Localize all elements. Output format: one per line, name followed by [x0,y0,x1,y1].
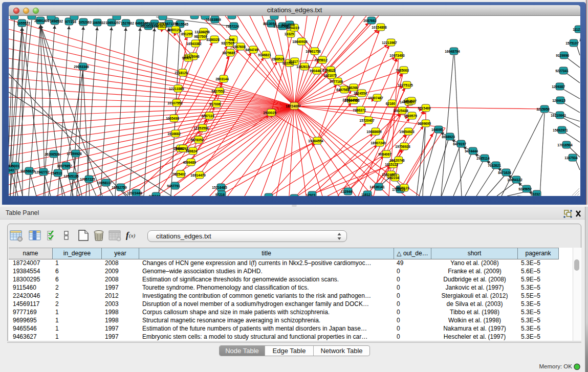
svg-text:18907249: 18907249 [371,141,386,145]
svg-text:929344: 929344 [149,194,160,196]
svg-text:1065532: 1065532 [92,21,105,25]
svg-text:15692971: 15692971 [553,128,568,132]
svg-text:1530025: 1530025 [263,111,276,115]
svg-text:8813054: 8813054 [263,22,276,26]
svg-text:9463627: 9463627 [403,99,417,103]
svg-text:18724007: 18724007 [286,104,301,108]
svg-text:1588520: 1588520 [271,57,285,61]
svg-text:15720407: 15720407 [359,119,375,122]
svg-text:2087662: 2087662 [363,19,377,23]
svg-text:1527602: 1527602 [121,21,134,25]
svg-text:2935114: 2935114 [476,157,490,160]
svg-text:132944: 132944 [341,190,352,193]
svg-text:1055572: 1055572 [17,21,30,25]
svg-text:4099489: 4099489 [183,161,196,164]
svg-text:11123: 11123 [573,28,580,31]
svg-text:2367608: 2367608 [232,45,246,49]
svg-text:7625402: 7625402 [172,172,186,176]
svg-text:9827509: 9827509 [194,35,207,38]
svg-text:9245652: 9245652 [518,187,532,191]
svg-text:1254319: 1254319 [286,26,299,30]
svg-text:17957225: 17957225 [80,178,95,181]
svg-text:252234: 252234 [388,176,399,180]
svg-text:10307487: 10307487 [368,96,383,100]
svg-text:12923448: 12923448 [127,191,142,195]
svg-text:164095: 164095 [431,128,443,132]
svg-text:10688609: 10688609 [366,130,382,134]
svg-text:1916682: 1916682 [167,132,181,136]
svg-text:6794028: 6794028 [322,69,336,72]
svg-text:1575107: 1575107 [565,41,579,45]
svg-text:(x): (x) [129,232,136,239]
svg-text:917006: 917006 [209,102,221,106]
svg-text:6479197: 6479197 [453,142,466,146]
svg-text:26206526: 26206526 [45,152,60,156]
svg-text:9845122: 9845122 [396,186,409,190]
svg-text:13325: 13325 [285,32,294,36]
svg-text:8471626: 8471626 [498,171,511,174]
svg-text:977216: 977216 [65,20,76,24]
svg-text:1065498: 1065498 [166,117,179,120]
svg-text:16543382: 16543382 [186,42,202,46]
svg-text:9084067: 9084067 [378,152,391,156]
svg-text:11156829: 11156829 [20,169,35,173]
svg-text:7485063: 7485063 [396,69,409,72]
svg-text:549824: 549824 [186,149,197,153]
svg-text:3215958: 3215958 [536,107,550,111]
svg-text:891295: 891295 [181,32,192,36]
svg-text:10973493: 10973493 [389,54,405,57]
svg-text:10107553: 10107553 [167,101,183,105]
svg-text:17359928: 17359928 [67,152,82,156]
svg-text:10958117: 10958117 [97,181,112,185]
svg-text:14136141: 14136141 [369,185,385,189]
svg-text:8454749: 8454749 [245,48,258,52]
svg-text:1496532: 1496532 [50,19,63,23]
svg-text:7515526: 7515526 [140,25,154,28]
svg-text:8938923: 8938923 [442,135,455,139]
svg-text:1362615: 1362615 [296,65,310,69]
svg-text:9474444: 9474444 [465,149,478,153]
svg-text:16782759: 16782759 [112,186,127,189]
svg-text:7632621: 7632621 [488,164,501,167]
svg-text:9146821: 9146821 [258,53,271,57]
svg-text:20317: 20317 [289,60,298,63]
svg-text:16033809: 16033809 [206,18,221,21]
svg-text:18640910: 18640910 [292,40,308,43]
svg-text:5878352: 5878352 [190,138,204,142]
svg-text:9457791: 9457791 [167,184,180,188]
svg-text:20364456: 20364456 [344,99,360,102]
svg-text:12353594: 12353594 [193,126,209,130]
svg-text:3660123: 3660123 [167,28,181,32]
svg-text:546: 546 [229,38,234,41]
svg-text:3824554: 3824554 [354,92,367,95]
svg-text:19756928: 19756928 [395,145,410,148]
svg-text:8186328: 8186328 [206,38,220,41]
svg-text:1621075: 1621075 [323,74,337,77]
svg-text:7386372: 7386372 [353,108,366,112]
svg-text:99143: 99143 [9,168,14,172]
svg-text:746266: 746266 [346,86,358,90]
svg-text:19384554: 19384554 [308,139,323,143]
svg-text:12275125: 12275125 [398,83,413,87]
svg-text:9129996: 9129996 [556,54,569,57]
svg-text:0699695: 0699695 [418,122,431,125]
svg-text:12923: 12923 [306,193,316,196]
svg-text:19654923: 19654923 [399,130,415,134]
svg-text:16120746: 16120746 [389,159,405,162]
svg-text:16648794: 16648794 [445,50,460,53]
svg-text:835001: 835001 [9,164,19,168]
svg-text:12213369: 12213369 [169,87,184,91]
svg-text:7955812: 7955812 [314,58,328,62]
svg-text:9227341: 9227341 [555,69,569,73]
svg-text:9327505: 9327505 [221,41,234,45]
svg-text:29053346: 29053346 [74,65,89,69]
svg-text:1549579: 1549579 [404,114,417,118]
svg-text:1052363: 1052363 [78,20,92,24]
svg-text:13226058: 13226058 [194,30,210,34]
svg-text:2718120: 2718120 [175,71,188,75]
svg-text:3267110: 3267110 [201,114,214,118]
svg-text:11612: 11612 [361,193,371,196]
svg-text:15716485: 15716485 [212,186,227,189]
svg-text:98901: 98901 [182,56,192,60]
svg-text:1615112: 1615112 [385,163,398,166]
